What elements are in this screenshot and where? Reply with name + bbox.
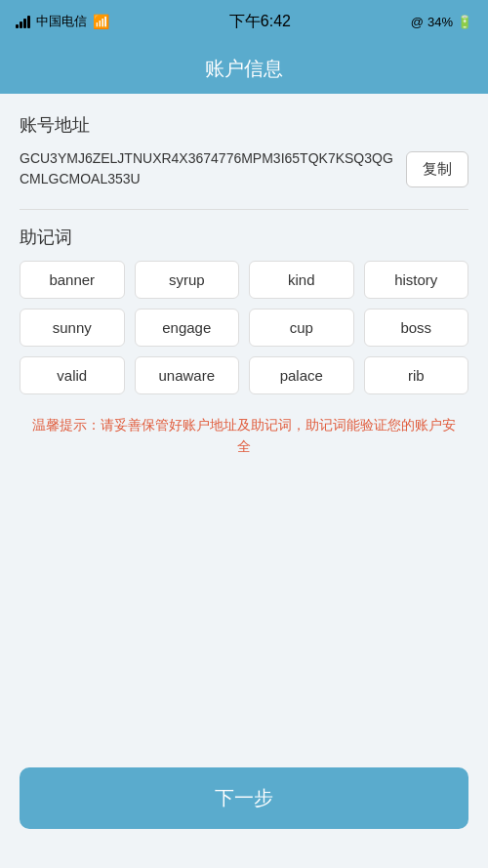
mnemonic-grid: bannersyrupkindhistorysunnyengagecupboss… [20,261,468,394]
status-time: 下午6:42 [229,12,291,32]
mnemonic-word-7: cup [249,309,354,347]
status-right: @ 34% 🔋 [411,15,472,29]
mnemonic-label: 助记词 [20,226,468,249]
warning-text: 温馨提示：请妥善保管好账户地址及助记词，助记词能验证您的账户安全 [20,414,468,458]
mnemonic-word-1: banner [20,261,125,299]
battery-icon: 🔋 [457,15,472,29]
address-text: GCU3YMJ6ZELJTNUXR4X3674776MPM3I65TQK7KSQ… [20,148,394,189]
address-box: GCU3YMJ6ZELJTNUXR4X3674776MPM3I65TQK7KSQ… [20,148,468,189]
wifi-icon: 📶 [93,14,109,29]
mnemonic-word-5: sunny [20,309,125,347]
mnemonic-word-11: palace [249,356,354,394]
header: 账户信息 [0,43,488,94]
main-content: 账号地址 GCU3YMJ6ZELJTNUXR4X3674776MPM3I65TQ… [0,94,488,748]
mnemonic-section: 助记词 bannersyrupkindhistorysunnyengagecup… [20,226,468,394]
bottom-area: 下一步 [0,748,488,868]
address-section: 账号地址 GCU3YMJ6ZELJTNUXR4X3674776MPM3I65TQ… [20,113,468,189]
mnemonic-word-8: boss [364,309,469,347]
mnemonic-word-3: kind [249,261,354,299]
mnemonic-word-6: engage [135,309,240,347]
mnemonic-word-4: history [364,261,469,299]
carrier-label: 中国电信 [36,13,87,30]
mnemonic-word-2: syrup [135,261,240,299]
mnemonic-word-10: unaware [135,356,240,394]
mnemonic-word-9: valid [20,356,125,394]
copy-button[interactable]: 复制 [406,151,468,187]
page-title: 账户信息 [205,56,283,82]
status-bar: 中国电信 📶 下午6:42 @ 34% 🔋 [0,0,488,43]
status-left: 中国电信 📶 [16,13,109,30]
location-icon: @ [411,15,424,29]
battery-label: 34% [427,15,453,29]
address-label: 账号地址 [20,113,468,137]
mnemonic-word-12: rib [364,356,469,394]
next-button[interactable]: 下一步 [20,767,468,829]
signal-icon [16,15,30,28]
divider-1 [20,209,468,210]
